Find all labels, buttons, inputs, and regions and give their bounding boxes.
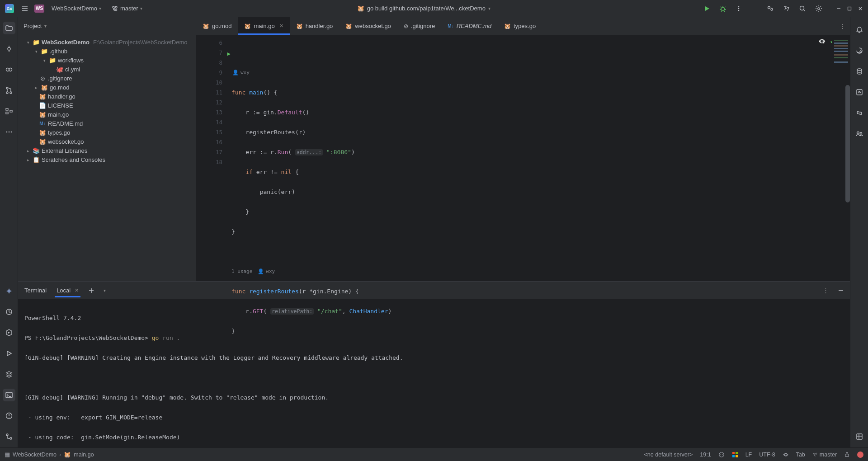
status-line-ending[interactable]: LF bbox=[745, 452, 752, 458]
more-tool-button[interactable] bbox=[3, 126, 15, 138]
profiler-tool-button[interactable] bbox=[3, 306, 15, 318]
collab-button[interactable] bbox=[853, 127, 866, 140]
status-copilot-icon[interactable] bbox=[718, 452, 725, 458]
run-button[interactable] bbox=[703, 4, 712, 13]
reader-mode-icon[interactable]: 👁‍🗨 bbox=[818, 38, 826, 45]
status-branch[interactable]: master bbox=[812, 452, 837, 458]
hexagon-play-icon bbox=[5, 329, 13, 337]
status-encoding[interactable]: UTF-8 bbox=[759, 452, 775, 458]
terminal-tool-button[interactable] bbox=[3, 389, 15, 401]
tab-main[interactable]: 🐹main.go✕ bbox=[238, 17, 289, 35]
tab-websocket[interactable]: 🐹websocket.go bbox=[339, 17, 397, 35]
ai-tool-button[interactable] bbox=[3, 285, 15, 297]
commit-tool-button[interactable] bbox=[3, 42, 15, 55]
tree-file-websocket[interactable]: 🐹 websocket.go bbox=[20, 137, 194, 146]
tree-file-gomod[interactable]: ▸ 🐹 go.mod bbox=[20, 83, 194, 92]
tree-label: go.mod bbox=[50, 83, 69, 92]
code-with-me-button[interactable] bbox=[765, 4, 775, 14]
terminal-title[interactable]: Terminal bbox=[23, 284, 48, 296]
make-icon bbox=[855, 88, 863, 96]
tree-file-main[interactable]: 🐹 main.go bbox=[20, 110, 194, 119]
code-area[interactable]: 👤wxy func main() { r := gin.Default() re… bbox=[226, 35, 832, 281]
project-tool-button[interactable] bbox=[3, 22, 15, 34]
tree-scratches[interactable]: ▸ 📋 Scratches and Consoles bbox=[20, 155, 194, 165]
notifications-button[interactable] bbox=[853, 24, 866, 36]
close-icon[interactable]: ✕ bbox=[279, 23, 283, 29]
tree-folder-github[interactable]: ▾ 📁 .github bbox=[20, 47, 194, 56]
svg-point-18 bbox=[6, 132, 7, 133]
maximize-window-button[interactable] bbox=[845, 5, 854, 13]
minimize-window-button[interactable] bbox=[835, 5, 843, 13]
endpoints-button[interactable] bbox=[853, 107, 866, 119]
ai-assistant-button[interactable] bbox=[853, 44, 866, 57]
app-logo: Go bbox=[4, 3, 15, 14]
status-windows-icon[interactable] bbox=[732, 452, 738, 458]
tree-folder-workflows[interactable]: ▾ 📁 workflows bbox=[20, 56, 194, 65]
editor-body[interactable]: 👁‍🗨 ✔ ⋮ 6 7▶ 8 9 10 11 12 13 14 15 16 17… bbox=[196, 35, 850, 281]
vcs-branch-selector[interactable]: master ▾ bbox=[108, 4, 145, 14]
svg-point-29 bbox=[860, 132, 862, 134]
terminal-tab-local[interactable]: Local✕ bbox=[55, 284, 80, 296]
debug-button[interactable] bbox=[718, 4, 728, 14]
status-server[interactable]: <no default server> bbox=[644, 452, 693, 458]
status-readonly-icon[interactable] bbox=[783, 452, 789, 458]
terminal-hide-button[interactable] bbox=[836, 286, 845, 295]
problems-tool-button[interactable] bbox=[3, 409, 15, 422]
database-button[interactable] bbox=[853, 65, 866, 78]
pull-requests-tool-button[interactable] bbox=[3, 84, 15, 97]
link-icon bbox=[855, 109, 863, 117]
usage-count[interactable]: 1 usage bbox=[231, 267, 252, 277]
status-error-icon[interactable] bbox=[857, 452, 863, 458]
services-tool-button[interactable] bbox=[3, 326, 15, 339]
status-lock-icon[interactable] bbox=[844, 452, 850, 457]
tree-label: ci.yml bbox=[65, 65, 80, 74]
beans-tool-button[interactable] bbox=[3, 63, 15, 76]
tabs-more-button[interactable]: ⋮ bbox=[835, 17, 850, 35]
chevron-down-icon: ▾ bbox=[488, 6, 491, 11]
run-config-selector[interactable]: 🐹 go build github.com/palp1tate/We...cke… bbox=[354, 4, 494, 13]
project-header[interactable]: Project ▾ bbox=[18, 17, 196, 35]
breadcrumb[interactable]: ▦ WebSocketDemo › 🐹 main.go bbox=[5, 451, 94, 458]
tab-readme[interactable]: M↓README.md bbox=[441, 17, 498, 35]
more-actions-button[interactable] bbox=[734, 4, 743, 13]
svg-point-2 bbox=[738, 8, 740, 9]
tab-gitignore[interactable]: ⊘.gitignore bbox=[397, 17, 441, 35]
tree-file-ci[interactable]: 🐙 ci.yml bbox=[20, 65, 194, 74]
tree-label: workflows bbox=[58, 56, 84, 65]
vcs-tool-button[interactable] bbox=[3, 430, 15, 443]
svg-point-25 bbox=[10, 437, 12, 439]
run-tool-button[interactable] bbox=[3, 347, 15, 360]
status-indent[interactable]: Tab bbox=[796, 452, 805, 458]
run-gutter-icon[interactable]: ▶ bbox=[227, 49, 231, 59]
tree-file-license[interactable]: 📄 LICENSE bbox=[20, 101, 194, 110]
coverage-button[interactable] bbox=[853, 430, 866, 443]
makefile-button[interactable] bbox=[853, 86, 866, 99]
database-icon bbox=[855, 67, 863, 75]
tree-external-libs[interactable]: ▸ 📚 External Libraries bbox=[20, 146, 194, 155]
tab-types[interactable]: 🐹types.go bbox=[498, 17, 542, 35]
svg-point-28 bbox=[857, 132, 859, 134]
tree-file-types[interactable]: 🐹 types.go bbox=[20, 128, 194, 137]
tab-handler[interactable]: 🐹handler.go bbox=[290, 17, 340, 35]
tree-label: types.go bbox=[48, 128, 70, 137]
tree-file-handler[interactable]: 🐹 handler.go bbox=[20, 92, 194, 101]
new-terminal-button[interactable] bbox=[87, 286, 96, 295]
close-window-button[interactable] bbox=[856, 5, 864, 13]
tree-root[interactable]: ▾ 📁 WebSocketDemo F:\GolandProjects\WebS… bbox=[20, 38, 194, 47]
status-position[interactable]: 19:1 bbox=[700, 452, 711, 458]
structure-tool-button[interactable] bbox=[3, 105, 15, 118]
close-icon[interactable]: ✕ bbox=[75, 287, 79, 293]
editor-scrollbar[interactable] bbox=[845, 85, 850, 202]
tree-file-readme[interactable]: M↓ README.md bbox=[20, 119, 194, 128]
search-button[interactable] bbox=[797, 4, 807, 14]
branch-name: master bbox=[120, 5, 138, 12]
layers-tool-button[interactable] bbox=[3, 368, 15, 381]
tab-gomod[interactable]: 🐹go.mod bbox=[196, 17, 238, 35]
terminal-dropdown-button[interactable]: ▾ bbox=[102, 287, 107, 294]
main-menu-button[interactable] bbox=[20, 4, 30, 14]
tree-file-gitignore[interactable]: ⊘ .gitignore bbox=[20, 74, 194, 83]
project-selector[interactable]: WebSocketDemo ▾ bbox=[49, 4, 104, 13]
language-button[interactable] bbox=[781, 4, 791, 14]
svg-point-20 bbox=[10, 132, 12, 133]
settings-button[interactable] bbox=[814, 4, 824, 14]
